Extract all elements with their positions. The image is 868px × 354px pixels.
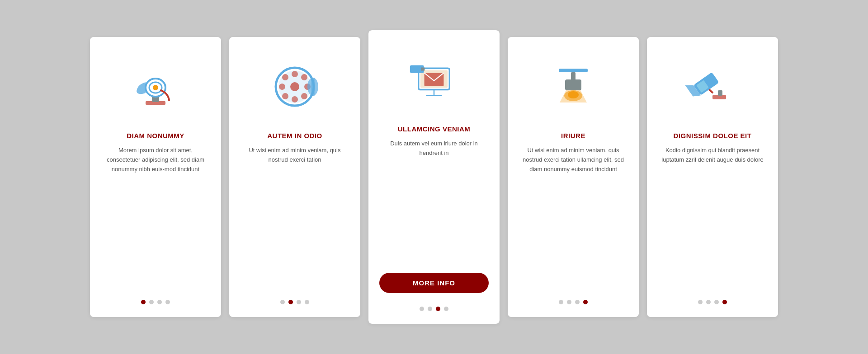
- card-4-icon-area: [519, 51, 628, 123]
- dot: [428, 307, 432, 311]
- lens-reel-icon: [268, 60, 322, 114]
- card-5-icon-area: [658, 51, 767, 123]
- card-2-dots: [280, 300, 309, 304]
- card-5-text: Kodio dignissim qui blandit praesent lup…: [658, 146, 767, 289]
- dot: [165, 300, 170, 304]
- svg-rect-27: [571, 72, 576, 80]
- svg-point-13: [301, 74, 307, 80]
- svg-rect-17: [311, 78, 315, 96]
- svg-rect-32: [718, 90, 722, 96]
- dot: [444, 307, 448, 311]
- svg-point-4: [153, 85, 158, 90]
- dot: [567, 300, 571, 304]
- card-1-title: DIAM NONUMMY: [127, 132, 184, 140]
- projector-screen-icon: [407, 53, 461, 107]
- dot: [722, 300, 727, 304]
- card-1: DIAM NONUMMY Morem ipsum dolor sit amet,…: [90, 37, 221, 317]
- card-5: DIGNISSIM DOLOE EIT Kodio dignissim qui …: [647, 37, 778, 317]
- svg-point-14: [282, 93, 288, 99]
- svg-point-7: [290, 82, 299, 91]
- svg-point-8: [292, 71, 298, 77]
- dot: [420, 307, 424, 311]
- card-4-title: IRIURE: [561, 132, 585, 140]
- dot: [706, 300, 711, 304]
- svg-point-9: [292, 96, 298, 102]
- dot: [297, 300, 301, 304]
- dot: [157, 300, 162, 304]
- card-2-icon-area: [240, 51, 349, 123]
- card-1-text: Morem ipsum dolor sit amet, consectetuer…: [101, 146, 210, 289]
- card-3-title: ULLAMCING VENIAM: [398, 125, 471, 133]
- card-3-text: Duis autem vel eum iriure dolor in hendr…: [379, 139, 489, 265]
- svg-point-12: [282, 74, 288, 80]
- dot: [436, 307, 440, 311]
- card-2-title: AUTEM IN ODIO: [267, 132, 322, 140]
- dot: [280, 300, 285, 304]
- dot: [698, 300, 703, 304]
- dot: [583, 300, 588, 304]
- card-3-icon-area: [379, 44, 489, 116]
- svg-point-30: [568, 91, 579, 98]
- card-1-icon-area: [101, 51, 210, 123]
- svg-point-10: [279, 84, 285, 90]
- card-4: IRIURE Ut wisi enim ad minim veniam, qui…: [508, 37, 639, 317]
- card-2-text: Ut wisi enim ad minim veniam, quis nostr…: [240, 146, 349, 289]
- card-5-title: DIGNISSIM DOLOE EIT: [674, 132, 752, 140]
- cards-container: DIAM NONUMMY Morem ipsum dolor sit amet,…: [72, 12, 796, 342]
- ceiling-spotlight-icon: [546, 60, 600, 114]
- dot: [149, 300, 154, 304]
- more-info-button[interactable]: MORE INFO: [379, 273, 489, 293]
- card-5-dots: [698, 300, 727, 304]
- dot: [559, 300, 563, 304]
- dot: [141, 300, 146, 304]
- card-3-dots: [420, 307, 448, 311]
- dot: [714, 300, 719, 304]
- dot: [305, 300, 309, 304]
- card-1-dots: [141, 300, 170, 304]
- card-2: AUTEM IN ODIO Ut wisi enim ad minim veni…: [229, 37, 360, 317]
- svg-point-15: [301, 93, 307, 99]
- svg-rect-26: [559, 69, 588, 72]
- svg-rect-23: [421, 68, 425, 71]
- card-4-dots: [559, 300, 588, 304]
- dot: [575, 300, 580, 304]
- card-4-text: Ut wisi enim ad minim veniam, quis nostr…: [519, 146, 628, 289]
- angled-spotlight-icon: [685, 60, 740, 114]
- megaphone-spotlight-icon: [128, 60, 183, 114]
- svg-rect-28: [565, 79, 581, 90]
- card-3: ULLAMCING VENIAM Duis autem vel eum iriu…: [368, 30, 500, 324]
- dot: [288, 300, 293, 304]
